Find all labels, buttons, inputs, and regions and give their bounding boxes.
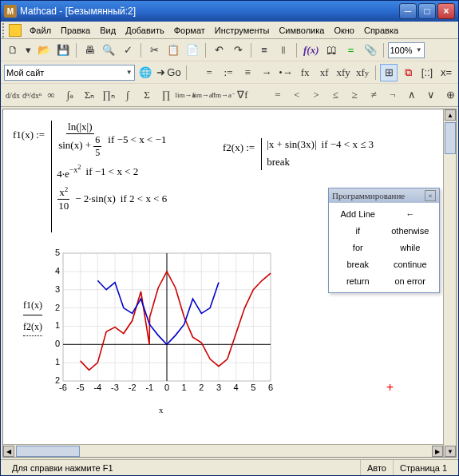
zoom-combo[interactable]: 100%▼ <box>388 42 425 58</box>
svg-text:6: 6 <box>268 383 273 392</box>
palette-close-button[interactable]: × <box>425 190 436 201</box>
scroll-left-arrow[interactable]: ◀ <box>3 446 14 457</box>
unit-button[interactable]: 🕮 <box>323 42 341 59</box>
fx-button[interactable]: f(x) <box>301 42 322 59</box>
go-button[interactable]: ➜Go <box>156 64 183 81</box>
sumrange-button[interactable]: Σₙ <box>81 86 98 104</box>
minimize-button[interactable]: ─ <box>399 3 417 19</box>
formula-f2[interactable]: f2(x) := |x + sin(3x)| if −4 < x ≤ 3 bre… <box>223 138 374 170</box>
menu-tools[interactable]: Инструменты <box>210 24 275 37</box>
infinity-button[interactable]: ∞ <box>42 86 60 104</box>
nderiv-button[interactable]: dⁿ/dxⁿ <box>23 86 41 104</box>
prog-while[interactable]: while <box>385 240 437 256</box>
prog-onerror[interactable]: on error <box>385 273 437 289</box>
align-button[interactable]: ≡ <box>255 42 273 59</box>
sym-arrow[interactable]: •→ <box>277 64 295 81</box>
programming-palette[interactable]: Программирование × Add Line ← if otherwi… <box>328 188 440 293</box>
prog-continue[interactable]: continue <box>385 256 437 272</box>
prog-otherwise[interactable]: otherwise <box>385 223 437 239</box>
menu-file[interactable]: Файл <box>25 24 56 37</box>
redo-button[interactable]: ↷ <box>229 42 247 59</box>
menu-window[interactable]: Окно <box>329 24 359 37</box>
limr-button[interactable]: lim→a⁺ <box>196 86 213 104</box>
spell-button[interactable]: ✓ <box>119 42 137 59</box>
scroll-thumb-h[interactable] <box>16 446 80 457</box>
new-dropdown[interactable]: ▾ <box>23 42 34 59</box>
plot-region[interactable]: f1(x) f2(x) -6-5-4-3-2-10123456-2-101234… <box>23 249 279 417</box>
xor-button[interactable]: ⊕ <box>441 86 459 104</box>
le-button[interactable]: ≤ <box>326 86 344 104</box>
xfy-op[interactable]: xfy <box>334 64 352 81</box>
maximize-button[interactable]: □ <box>418 3 436 19</box>
menu-view[interactable]: Вид <box>95 24 121 37</box>
cut-button[interactable]: ✂ <box>145 42 163 59</box>
titlebar[interactable]: M Mathcad - [Безымянный:2] ─ □ × <box>1 1 458 22</box>
prog-if[interactable]: if <box>332 223 384 239</box>
not-button[interactable]: ¬ <box>384 86 402 104</box>
doc-icon[interactable] <box>9 24 22 37</box>
scroll-up-arrow[interactable]: ▲ <box>445 109 456 121</box>
new-button[interactable]: 🗋 <box>4 42 22 59</box>
palette-eval[interactable]: x= <box>437 64 455 81</box>
component-button[interactable]: 📎 <box>362 42 379 59</box>
open-button[interactable]: 📂 <box>35 42 53 59</box>
or-button[interactable]: ∨ <box>422 86 440 104</box>
menu-symbolics[interactable]: Символика <box>274 24 329 37</box>
prodrange-button[interactable]: ∏ₙ <box>100 86 117 104</box>
palette-header[interactable]: Программирование × <box>329 188 439 203</box>
gt-button[interactable]: > <box>307 86 325 104</box>
world-button[interactable]: 🌐 <box>137 64 154 81</box>
scrollbar-vertical[interactable]: ▲ ▼ <box>443 109 456 457</box>
deriv-button[interactable]: d/dx <box>4 86 22 104</box>
ne-button[interactable]: ≠ <box>365 86 382 104</box>
grad-button[interactable]: ∇f <box>234 86 251 104</box>
palette-matrix[interactable]: [::] <box>418 64 436 81</box>
palette-calc[interactable]: ⊞ <box>380 64 398 81</box>
prog-leftarrow[interactable]: ← <box>385 206 437 222</box>
fx-op[interactable]: fx <box>296 64 314 81</box>
xfy2-op[interactable]: xfy <box>354 64 371 81</box>
defint-button[interactable]: ∫ₐ <box>61 86 79 104</box>
menu-grip[interactable] <box>2 23 7 38</box>
align2-button[interactable]: ⫴ <box>275 42 292 59</box>
prog-return[interactable]: return <box>332 273 384 289</box>
scroll-down-arrow[interactable]: ▼ <box>445 446 456 457</box>
calc-button[interactable]: = <box>342 42 360 59</box>
int-button[interactable]: ∫ <box>119 86 137 104</box>
menu-insert[interactable]: Добавить <box>121 24 169 37</box>
undo-button[interactable]: ↶ <box>210 42 228 59</box>
bool-eq[interactable]: ≡ <box>239 64 256 81</box>
lt-button[interactable]: < <box>288 86 306 104</box>
and-button[interactable]: ∧ <box>403 86 421 104</box>
menu-edit[interactable]: Правка <box>56 24 95 37</box>
site-combo[interactable]: Мой сайт▼ <box>4 65 135 81</box>
menu-format[interactable]: Формат <box>169 24 210 37</box>
print-button[interactable]: 🖶 <box>81 42 98 59</box>
copy-button[interactable]: 📋 <box>164 42 182 59</box>
lim-button[interactable]: lim→a <box>176 86 194 104</box>
formula-f1[interactable]: f1(x) := ln(|x|) sin(x) + 65 if −5 < x <… <box>13 121 167 232</box>
prog-addline[interactable]: Add Line <box>332 206 384 222</box>
preview-button[interactable]: 🔍 <box>100 42 117 59</box>
prog-break[interactable]: break <box>332 256 384 272</box>
eq-button[interactable]: = <box>269 86 287 104</box>
assign-op[interactable]: := <box>220 64 237 81</box>
paste-button[interactable]: 📄 <box>184 42 201 59</box>
worksheet[interactable]: f1(x) := ln(|x|) sin(x) + 65 if −5 < x <… <box>2 109 457 458</box>
save-button[interactable]: 💾 <box>54 42 72 59</box>
scroll-thumb-v[interactable] <box>445 122 456 154</box>
scrollbar-horizontal[interactable]: ◀ ▶ <box>3 444 443 457</box>
arrow-op[interactable]: → <box>258 64 275 81</box>
prod-button[interactable]: ∏ <box>157 86 175 104</box>
svg-text:0: 0 <box>164 383 169 392</box>
close-button[interactable]: × <box>437 3 455 19</box>
liml-button[interactable]: lim→a⁻ <box>215 86 232 104</box>
sum-button[interactable]: Σ <box>138 86 156 104</box>
palette-graph[interactable]: ⧉ <box>399 64 417 81</box>
eval-eq[interactable]: = <box>200 64 218 81</box>
scroll-right-arrow[interactable]: ▶ <box>432 446 443 457</box>
ge-button[interactable]: ≥ <box>346 86 363 104</box>
xf-op[interactable]: xf <box>315 64 333 81</box>
menu-help[interactable]: Справка <box>359 24 403 37</box>
prog-for[interactable]: for <box>332 240 384 256</box>
